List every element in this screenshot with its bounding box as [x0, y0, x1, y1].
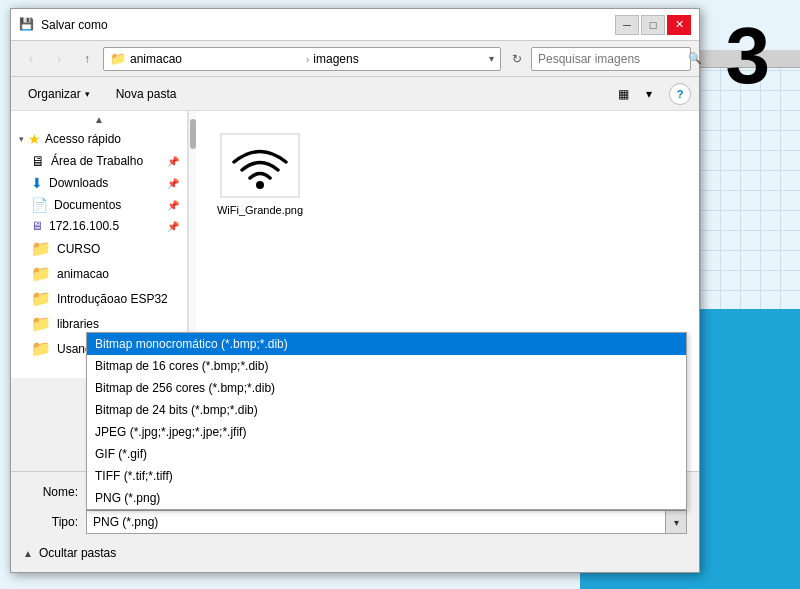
view-mode-button[interactable]: ▦: [611, 82, 635, 106]
dropdown-option-bmp-24[interactable]: Bitmap de 24 bits (*.bmp;*.dib): [87, 399, 686, 421]
maximize-button[interactable]: □: [641, 15, 665, 35]
action-bar: Organizar ▾ Nova pasta ▦ ▾ ?: [11, 77, 699, 111]
documents-icon: 📄: [31, 197, 48, 213]
file-item-wifi[interactable]: WiFi_Grande.png: [208, 123, 312, 223]
dialog-title: Salvar como: [41, 18, 615, 32]
up-button[interactable]: ↑: [75, 47, 99, 71]
folder-icon: 📁: [31, 289, 51, 308]
folder-icon: 📁: [31, 264, 51, 283]
navigation-toolbar: ‹ › ↑ 📁 animacao › imagens ▾ ↻ 🔍: [11, 41, 699, 77]
folder-icon: 📁: [31, 239, 51, 258]
filetype-row: Tipo: ▾ Bitmap monocromático (*.bmp;*.di…: [23, 510, 687, 534]
address-bar: 📁 animacao › imagens ▾: [103, 47, 501, 71]
sidebar-item-animacao[interactable]: 📁 animacao: [11, 261, 187, 286]
view-buttons: ▦ ▾: [611, 82, 661, 106]
address-separator: ›: [306, 53, 310, 65]
dropdown-option-bmp-16[interactable]: Bitmap de 16 cores (*.bmp;*.dib): [87, 355, 686, 377]
wifi-image: [215, 130, 305, 200]
filetype-dropdown-button[interactable]: ▾: [665, 510, 687, 534]
back-button[interactable]: ‹: [19, 47, 43, 71]
filetype-label: Tipo:: [23, 515, 78, 529]
filetype-dropdown-list: Bitmap monocromático (*.bmp;*.dib) Bitma…: [86, 332, 687, 510]
help-button[interactable]: ?: [669, 83, 691, 105]
sidebar-item-label: Downloads: [49, 176, 108, 190]
dropdown-option-jpeg[interactable]: JPEG (*.jpg;*.jpeg;*.jpe;*.jfif): [87, 421, 686, 443]
dropdown-option-tiff[interactable]: TIFF (*.tif;*.tiff): [87, 465, 686, 487]
new-folder-button[interactable]: Nova pasta: [107, 82, 186, 106]
folder-icon: 📁: [31, 339, 51, 358]
filetype-input-wrapper: ▾ Bitmap monocromático (*.bmp;*.dib) Bit…: [86, 510, 687, 534]
address-chevron-icon[interactable]: ▾: [489, 53, 494, 64]
pin-icon: 📌: [167, 178, 179, 189]
pin-icon: 📌: [167, 156, 179, 167]
sidebar-item-curso[interactable]: 📁 CURSO: [11, 236, 187, 261]
dropdown-option-bmp-256[interactable]: Bitmap de 256 cores (*.bmp;*.dib): [87, 377, 686, 399]
title-bar: 💾 Salvar como ─ □ ✕: [11, 9, 699, 41]
bottom-form: Nome: ▾ Tipo: ▾ Bitmap monocromático (*.…: [11, 471, 699, 572]
address-path2: imagens: [313, 52, 485, 66]
sidebar-item-label: animacao: [57, 267, 109, 281]
dialog-icon: 💾: [19, 17, 35, 33]
folder-icon: 📁: [31, 314, 51, 333]
dropdown-option-bmp-mono[interactable]: Bitmap monocromático (*.bmp;*.dib): [87, 333, 686, 355]
filetype-input[interactable]: [86, 510, 687, 534]
pin-icon: 📌: [167, 221, 179, 232]
sidebar-item-label: libraries: [57, 317, 99, 331]
svg-point-1: [256, 181, 264, 189]
sidebar-item-documents[interactable]: 📄 Documentos 📌: [11, 194, 187, 216]
organize-label: Organizar: [28, 87, 81, 101]
search-input[interactable]: [538, 52, 688, 66]
sidebar-item-downloads[interactable]: ⬇ Downloads 📌: [11, 172, 187, 194]
save-as-dialog: 💾 Salvar como ─ □ ✕ ‹ › ↑ 📁 animacao › i…: [10, 8, 700, 573]
organize-chevron-icon: ▾: [85, 89, 90, 99]
file-name: WiFi_Grande.png: [217, 204, 303, 216]
hide-folders-row: ▲ Ocultar pastas: [23, 540, 687, 564]
pin-icon: 📌: [167, 200, 179, 211]
star-icon: ★: [28, 131, 41, 147]
minimize-button[interactable]: ─: [615, 15, 639, 35]
address-path1: animacao: [130, 52, 302, 66]
sidebar-item-label: Introduçãoao ESP32: [57, 292, 168, 306]
window-controls: ─ □ ✕: [615, 15, 691, 35]
dropdown-option-png[interactable]: PNG (*.png): [87, 487, 686, 509]
forward-button[interactable]: ›: [47, 47, 71, 71]
sidebar-item-label: Documentos: [54, 198, 121, 212]
sidebar-item-network[interactable]: 🖥 172.16.100.5 📌: [11, 216, 187, 236]
scroll-up-icon: ▲: [94, 114, 104, 125]
folder-icon: 📁: [110, 51, 126, 66]
network-icon: 🖥: [31, 219, 43, 233]
refresh-button[interactable]: ↻: [507, 49, 527, 69]
wifi-svg: [220, 133, 300, 198]
filename-label: Nome:: [23, 485, 78, 499]
desktop-icon: 🖥: [31, 153, 45, 169]
scroll-up-indicator[interactable]: ▲: [11, 111, 187, 128]
sidebar-item-label: CURSO: [57, 242, 100, 256]
search-icon: 🔍: [688, 52, 702, 65]
sidebar-item-label: 172.16.100.5: [49, 219, 119, 233]
organize-button[interactable]: Organizar ▾: [19, 82, 99, 106]
close-button[interactable]: ✕: [667, 15, 691, 35]
sidebar-item-desktop[interactable]: 🖥 Área de Trabalho 📌: [11, 150, 187, 172]
chevron-icon: ▾: [19, 134, 24, 144]
hide-folders-label[interactable]: Ocultar pastas: [39, 546, 116, 560]
quick-access-header[interactable]: ▾ ★ Acesso rápido: [11, 128, 187, 150]
sidebar-item-introducao[interactable]: 📁 Introduçãoao ESP32: [11, 286, 187, 311]
search-box: 🔍: [531, 47, 691, 71]
sidebar-scroll-thumb: [190, 119, 196, 149]
download-icon: ⬇: [31, 175, 43, 191]
view-chevron-button[interactable]: ▾: [637, 82, 661, 106]
sidebar-item-label: Área de Trabalho: [51, 154, 143, 168]
quick-access-label: Acesso rápido: [45, 132, 121, 146]
hide-folders-chevron-icon[interactable]: ▲: [23, 548, 33, 559]
bg-number: 3: [726, 10, 771, 102]
dropdown-option-gif[interactable]: GIF (*.gif): [87, 443, 686, 465]
